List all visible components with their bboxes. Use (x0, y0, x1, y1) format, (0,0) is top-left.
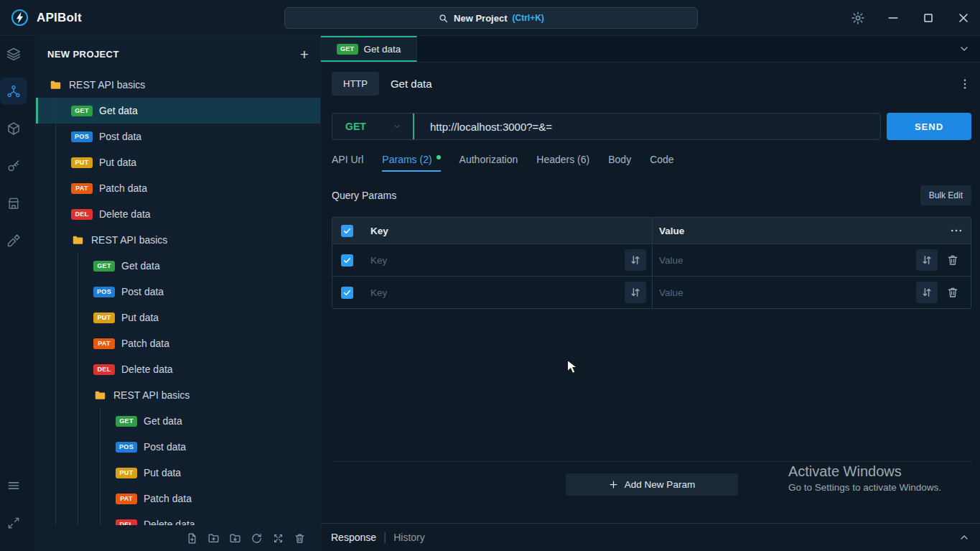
tree-item[interactable]: PAT Patch data (36, 175, 320, 201)
tree-item[interactable]: DEL Delete data (36, 511, 320, 525)
delete-row-icon[interactable] (942, 282, 963, 303)
subtab-label: Authorization (459, 154, 518, 165)
request-subtab[interactable]: Body (608, 154, 631, 172)
bulk-edit-button[interactable]: Bulk Edit (920, 185, 971, 205)
method-badge: PAT (93, 338, 115, 349)
param-value-input[interactable] (659, 255, 912, 266)
plugins-icon[interactable] (0, 227, 27, 254)
maximize-button[interactable] (921, 11, 935, 25)
request-subtab[interactable]: Headers (6) (536, 154, 589, 172)
request-subtab[interactable]: Params (2) (382, 154, 440, 172)
tab-history[interactable]: History (393, 532, 425, 543)
request-subtab[interactable]: API Url (332, 154, 363, 172)
request-type-chip[interactable]: HTTP (332, 72, 379, 96)
method-badge: PUT (116, 468, 137, 478)
search-label: New Project (454, 13, 507, 24)
open-request-tab[interactable]: GET Get data (321, 36, 417, 62)
tree-item-label: Put data (144, 467, 181, 478)
params-empty-area (332, 309, 971, 462)
reorder-icon[interactable] (916, 249, 938, 271)
method-badge: DEL (93, 364, 115, 375)
tree-item[interactable]: POS Post data (36, 124, 320, 149)
window-controls (851, 11, 980, 25)
app-window: APIBolt New Project (Ctrl+K) NEW PROJECT… (0, 0, 980, 551)
table-more-icon[interactable] (949, 223, 963, 238)
delete-row-icon[interactable] (942, 249, 963, 271)
url-input[interactable] (414, 114, 880, 139)
reorder-icon[interactable] (625, 249, 646, 271)
tree-item[interactable]: GET Get data (36, 98, 320, 124)
tree-item[interactable]: GET Get data (36, 253, 320, 279)
tree-item[interactable]: DEL Delete data (36, 201, 320, 227)
request-subtab[interactable]: Code (650, 154, 673, 172)
expand-response-icon[interactable] (958, 532, 970, 543)
folder-icon (93, 389, 107, 402)
row-checkbox[interactable] (341, 287, 353, 299)
subtab-label: API Url (332, 154, 363, 165)
method-badge: GET (93, 261, 115, 272)
request-menu-icon[interactable] (958, 78, 971, 91)
tree-item-label: Put data (121, 312, 159, 323)
tree-item[interactable]: PUT Put data (36, 305, 320, 330)
request-header: HTTP Get data (332, 72, 971, 96)
tree-item-label: REST API basics (113, 389, 190, 401)
search-shortcut: (Ctrl+K) (513, 13, 544, 23)
import-folder-icon[interactable] (229, 532, 241, 545)
param-value-input[interactable] (659, 287, 912, 298)
method-badge: DEL (71, 209, 93, 220)
add-collection-button[interactable]: + (300, 47, 309, 62)
select-all-checkbox[interactable] (341, 225, 353, 237)
tree-item[interactable]: POS Post data (36, 279, 320, 305)
tree-item[interactable]: POS Post data (36, 434, 320, 460)
close-button[interactable] (956, 11, 971, 25)
plus-icon (608, 479, 619, 490)
tree-item[interactable]: PUT Put data (36, 149, 320, 175)
new-request-icon[interactable] (186, 532, 198, 545)
collapse-rail-icon[interactable] (0, 509, 27, 537)
add-new-param-button[interactable]: Add New Param (566, 473, 738, 496)
param-key-input[interactable] (370, 255, 625, 266)
tree-item[interactable]: PUT Put data (36, 460, 320, 486)
layers-icon[interactable] (0, 40, 27, 68)
method-value: GET (345, 121, 366, 132)
reorder-icon[interactable] (916, 282, 938, 303)
minimize-button[interactable] (886, 11, 900, 25)
method-badge: PUT (93, 312, 115, 323)
request-subtab[interactable]: Authorization (459, 154, 518, 172)
new-folder-icon[interactable] (207, 532, 220, 545)
tree-item[interactable]: GET Get data (36, 408, 320, 434)
global-search[interactable]: New Project (Ctrl+K) (284, 7, 698, 29)
refresh-icon[interactable] (251, 532, 263, 545)
tree-item[interactable]: REST API basics (36, 227, 320, 253)
environments-icon[interactable] (0, 115, 27, 142)
tree-item-label: Get data (99, 105, 138, 116)
auth-icon[interactable] (0, 152, 27, 180)
store-icon[interactable] (0, 190, 27, 217)
content-row: NEW PROJECT + REST API basics GET Get da… (0, 36, 980, 551)
tree-item[interactable]: PAT Patch data (36, 330, 320, 356)
column-header-key: Key (370, 226, 388, 236)
param-key-input[interactable] (370, 287, 625, 298)
tree-item[interactable]: PAT Patch data (36, 486, 320, 511)
row-checkbox[interactable] (341, 254, 353, 267)
tree-item[interactable]: DEL Delete data (36, 356, 320, 382)
params-table-header: Key Value (332, 218, 971, 244)
collections-icon[interactable] (0, 78, 27, 105)
method-badge: GET (71, 106, 93, 116)
subtab-label: Body (608, 154, 631, 165)
delete-icon[interactable] (294, 532, 306, 545)
collapse-all-icon[interactable] (272, 532, 284, 545)
tab-response[interactable]: Response (331, 532, 376, 543)
tab-list-chevron-icon[interactable] (958, 43, 970, 55)
settings-gear-icon[interactable] (851, 11, 865, 25)
send-button[interactable]: SEND (887, 113, 971, 140)
request-bar: GET SEND (332, 113, 971, 140)
menu-icon[interactable] (0, 472, 27, 499)
tree-item-label: REST API basics (91, 234, 167, 246)
tree-item[interactable]: REST API basics (36, 72, 320, 98)
reorder-icon[interactable] (625, 282, 646, 303)
tree-item-label: Patch data (99, 182, 147, 194)
method-dropdown[interactable]: GET (332, 114, 413, 139)
tree-item[interactable]: REST API basics (36, 382, 320, 408)
tree-item-label: Post data (144, 441, 186, 453)
